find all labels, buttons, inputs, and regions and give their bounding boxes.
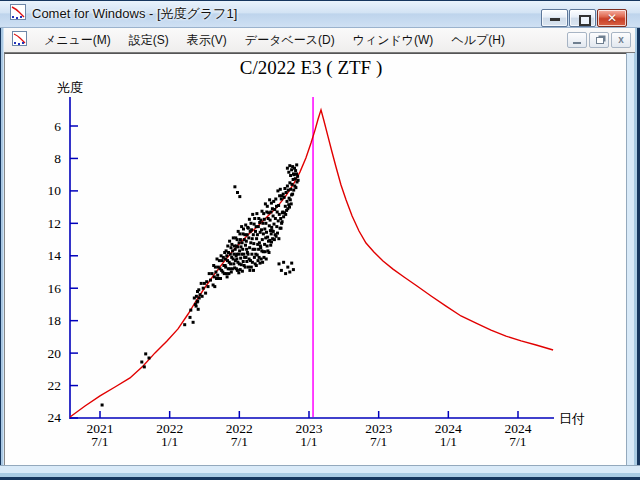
close-icon: ✕: [598, 11, 626, 25]
window-border-right: [626, 28, 640, 480]
mdi-restore-icon: [596, 37, 604, 44]
restore-button[interactable]: [569, 9, 596, 27]
screen: { "window": { "title": "Comet for Window…: [0, 0, 640, 480]
mdi-client-area: [4, 53, 626, 465]
minimize-icon: [550, 18, 560, 21]
caption-buttons: ✕: [540, 9, 627, 27]
menu-item-window[interactable]: ウィンドウ(W): [344, 29, 443, 52]
window-border-bottom: [0, 465, 640, 480]
document-icon: [12, 31, 27, 50]
menu-item-database[interactable]: データベース(D): [236, 29, 344, 52]
window-title: Comet for Windows - [光度グラフ1]: [32, 5, 237, 23]
mdi-restore-button[interactable]: [589, 32, 609, 48]
mdi-buttons: x: [565, 32, 631, 48]
mdi-minimize-icon: [573, 42, 581, 44]
menubar: メニュー(M) 設定(S) 表示(V) データベース(D) ウィンドウ(W) ヘ…: [4, 28, 635, 53]
titlebar[interactable]: Comet for Windows - [光度グラフ1] ✕: [0, 0, 640, 28]
mdi-close-button[interactable]: x: [611, 32, 631, 48]
app-icon: [10, 4, 26, 24]
menu-item-menu[interactable]: メニュー(M): [35, 29, 120, 52]
menu-item-help[interactable]: ヘルプ(H): [442, 29, 514, 52]
minimize-button[interactable]: [541, 9, 568, 27]
mdi-close-icon: x: [612, 34, 630, 45]
restore-icon: [579, 15, 591, 26]
menu-item-view[interactable]: 表示(V): [178, 29, 236, 52]
menu-item-settings[interactable]: 設定(S): [120, 29, 178, 52]
mdi-minimize-button[interactable]: [567, 32, 587, 48]
close-button[interactable]: ✕: [597, 9, 627, 27]
